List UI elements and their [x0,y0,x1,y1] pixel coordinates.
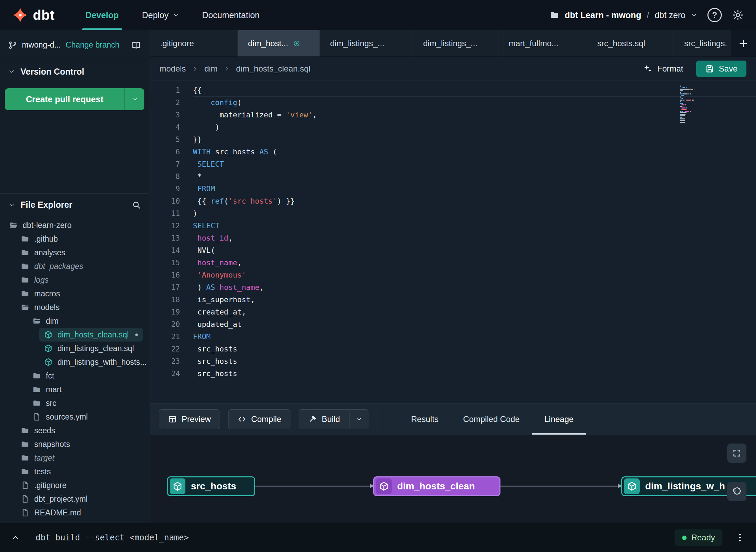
code-text[interactable]: updated_at [193,318,756,331]
code-text[interactable]: NVL( [193,244,756,257]
code-text[interactable]: FROM [193,331,756,343]
code-text[interactable]: src_hosts [193,343,756,355]
file-tree-item-dim-listings-clean-sql[interactable]: dim_listings_clean.sql [0,342,149,355]
file-tree-item-dim[interactable]: dim [0,314,149,328]
code-text[interactable]: {{ ref('src_hosts') }} [193,195,756,207]
file-tree-item-macros[interactable]: macros [0,287,149,300]
unsaved-dot-icon: • [135,330,138,339]
new-tab-button[interactable]: + [731,30,756,56]
code-text[interactable]: WITH src_hosts AS ( [193,146,756,158]
editor-tab-mart-fullmo[interactable]: mart_fullmo... [498,30,587,56]
file-tree-item-models[interactable]: models [0,300,149,314]
tab-label: dim_host... [248,39,288,48]
file-tree-item-dim-hosts-clean-sql[interactable]: dim_hosts_clean.sql• [39,328,143,342]
panel-tab-results[interactable]: Results [399,403,451,435]
file-tree-item-tests[interactable]: tests [0,465,149,478]
undo-icon [732,487,742,496]
lineage-node-src-hosts[interactable]: src_hosts [167,476,255,496]
file-tree-item-dbt-packages[interactable]: dbt_packages [0,259,149,273]
file-tree-item-target[interactable]: target [0,451,149,465]
settings-gear-icon[interactable] [732,9,744,21]
breadcrumb-file[interactable]: dim_hosts_clean.sql [236,64,310,74]
code-text[interactable]: SELECT [193,220,756,232]
docs-book-icon[interactable] [131,40,141,50]
code-text[interactable]: SELECT [193,158,756,170]
breadcrumb-models[interactable]: models [159,64,186,74]
refresh-lineage-button[interactable] [727,482,746,501]
panel-tab-compiled-code[interactable]: Compiled Code [451,403,532,435]
pr-dropdown-chevron-icon[interactable] [125,88,144,110]
file-tree-item-dbt-project-yml[interactable]: dbt_project.yml [0,492,149,506]
search-icon[interactable] [132,201,141,209]
editor-minimap[interactable] [680,86,705,123]
editor-tab-dim-listings[interactable]: dim_listings_... [320,30,413,56]
file-tree-item-fct[interactable]: fct [0,369,149,383]
version-control-header[interactable]: Version Control [0,60,149,83]
code-text[interactable]: }} [193,133,756,146]
code-editor[interactable]: 1{{2 config(3 materialized = 'view',4 )5… [150,81,756,403]
nav-deploy[interactable]: Deploy [130,0,191,30]
panel-tab-lineage[interactable]: Lineage [532,403,586,435]
code-text[interactable]: materialized = 'view', [193,109,756,121]
file-tree-item-logs[interactable]: logs [0,273,149,287]
file-tree-item-sources-yml[interactable]: sources.yml [0,410,149,424]
build-dropdown-chevron-icon[interactable] [349,409,368,429]
folder-icon [21,453,29,462]
file-tree-item-analyses[interactable]: analyses [0,246,149,259]
kebab-menu-icon[interactable] [735,532,745,543]
nav-documentation[interactable]: Documentation [191,0,271,30]
chevron-up-icon[interactable] [11,533,20,542]
project-switcher[interactable]: dbt Learn - mwong / dbt zero [550,10,697,21]
file-tree-item-dbt-learn-zero[interactable]: dbt-learn-zero [0,218,149,232]
nav-develop[interactable]: Develop [74,0,130,30]
code-text[interactable]: src_hosts [193,355,756,368]
folder-open-icon [32,317,41,325]
file-tree[interactable]: dbt-learn-zero.githubanalysesdbt_package… [0,216,149,523]
file-tree-item-dim-listings-with-hosts[interactable]: dim_listings_with_hosts... [0,355,149,369]
dbt-logo[interactable]: dbt [12,7,55,23]
editor-tab-src-hosts-sql[interactable]: src_hosts.sql [587,30,674,56]
create-pull-request-button[interactable]: Create pull request [5,88,144,110]
file-tree-item-src[interactable]: src [0,396,149,410]
minimap-line [680,117,705,118]
file-tree-item-snapshots[interactable]: snapshots [0,437,149,451]
file-tree-item-readme-md[interactable]: README.md [0,506,149,519]
line-number: 23 [150,355,180,368]
code-line-20: 20 updated_at [150,318,756,331]
editor-tab-dim-host[interactable]: dim_host... [238,30,320,56]
cli-command[interactable]: dbt build --select <model_name> [36,533,189,542]
preview-button[interactable]: Preview [159,409,220,429]
nav-deploy-label: Deploy [142,10,169,20]
breadcrumb-dim[interactable]: dim [204,64,218,74]
code-text[interactable]: * [193,170,756,183]
change-branch-link[interactable]: Change branch [66,40,119,50]
file-explorer-header[interactable]: File Explorer [0,194,149,216]
file-tree-item-mart[interactable]: mart [0,383,149,396]
code-text[interactable]: ) AS host_name, [193,281,756,294]
code-text[interactable]: ) [193,121,756,133]
file-tree-item-github[interactable]: .github [0,232,149,246]
create-pull-request-label: Create pull request [5,88,125,110]
lineage-node-dim-hosts-clean[interactable]: dim_hosts_clean [373,476,500,496]
code-text[interactable]: is_superhost, [193,294,756,306]
build-button[interactable]: Build [299,409,349,429]
format-button[interactable]: Format [643,64,683,74]
code-text[interactable]: {{ [193,84,756,97]
code-text[interactable]: host_name, [193,257,756,269]
file-tree-item-gitignore[interactable]: .gitignore [0,478,149,492]
editor-tab-dim-listings[interactable]: dim_listings_... [413,30,498,56]
help-button[interactable]: ? [707,8,722,22]
code-text[interactable]: src_hosts [193,368,756,380]
code-text[interactable]: 'Anonymous' [193,269,756,281]
code-text[interactable]: FROM [193,183,756,195]
code-text[interactable]: config( [193,97,756,109]
code-text[interactable]: created_at, [193,306,756,318]
file-tree-item-seeds[interactable]: seeds [0,424,149,437]
fullscreen-button[interactable] [727,444,746,463]
save-button[interactable]: Save [696,61,746,77]
model-cube-icon [170,478,185,494]
editor-tab-gitignore[interactable]: .gitignore [150,30,238,56]
code-text[interactable]: ) [193,207,756,220]
compile-button[interactable]: Compile [228,409,290,429]
code-text[interactable]: host_id, [193,232,756,244]
